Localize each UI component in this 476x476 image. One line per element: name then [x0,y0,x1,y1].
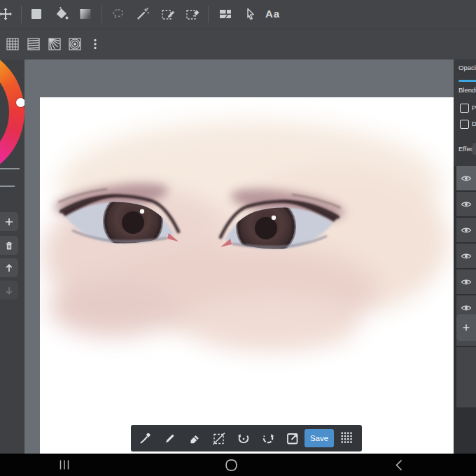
value-slider[interactable] [0,186,15,187]
lasso-tool-icon[interactable] [110,6,125,22]
layer-panel: Opacity Blending P D Effect [454,59,476,454]
arrow-down-icon [4,285,15,296]
color-wheel-selector[interactable] [16,98,24,107]
plus-icon [461,323,471,332]
select-pen-icon[interactable] [160,6,176,22]
app-screen: Aa [0,0,476,476]
export-icon[interactable] [285,430,300,446]
effect-dropdown[interactable] [472,143,476,155]
screentone-lines-icon[interactable] [26,36,41,52]
rect-tool-icon[interactable] [29,6,44,22]
move-down-button[interactable] [0,281,18,300]
toolbar-divider [208,6,209,23]
overflow-menu-icon[interactable] [88,36,103,52]
arrow-up-icon [4,262,15,274]
grid-material-icon[interactable] [5,36,20,52]
split-canvas-icon[interactable] [218,6,233,22]
screentone-circles-icon[interactable] [67,36,83,52]
eye-icon[interactable] [461,226,472,234]
eye-icon[interactable] [461,278,472,286]
delete-button[interactable] [0,236,18,255]
eraser-icon[interactable] [187,430,202,446]
artwork-eyes [40,97,454,454]
drawing-canvas[interactable] [40,97,454,454]
screentone-rays-icon[interactable] [47,36,62,52]
text-tool-button[interactable]: Aa [265,8,280,20]
trash-icon [4,240,15,251]
checkbox-draft-label: D [472,120,476,127]
layer-row[interactable] [456,270,476,294]
select-eraser-icon[interactable] [185,6,200,22]
move-tool-icon[interactable] [0,6,13,22]
eye-icon[interactable] [461,304,472,312]
plus-icon [4,216,15,227]
layer-row[interactable] [456,218,476,242]
toolbar-divider [21,6,22,23]
checkbox-draft[interactable] [460,120,469,129]
layer-row[interactable] [456,166,476,190]
floating-toolbar: Save [131,425,362,451]
android-nav-bar [0,454,476,476]
checkbox-protect[interactable] [460,104,469,113]
opacity-slider[interactable] [458,80,476,82]
brush-icon[interactable] [162,430,178,446]
saturation-slider[interactable] [0,168,20,169]
redo-icon[interactable] [260,430,276,446]
toolbar-divider [102,6,102,23]
save-button[interactable]: Save [304,429,334,447]
layer-row[interactable] [456,192,476,216]
eye-icon[interactable] [461,174,472,183]
main-toolbar: Aa [0,0,476,29]
move-up-button[interactable] [0,258,18,277]
checkbox-protect-label: P [472,104,476,111]
add-layer-button[interactable] [456,314,476,341]
recent-apps-icon[interactable] [59,459,69,470]
undo-icon[interactable] [236,430,251,446]
gradient-tool-icon[interactable] [78,6,93,22]
layer-row[interactable] [456,244,476,268]
paint-bucket-icon[interactable] [54,6,69,22]
layer-list-empty-area [456,347,476,407]
cursor-tool-icon[interactable] [242,6,258,22]
eye-icon[interactable] [461,200,472,209]
eye-icon[interactable] [461,252,472,260]
left-sidebar [0,59,24,454]
drag-grid-icon[interactable] [340,430,355,446]
back-icon[interactable] [395,459,403,471]
opacity-label: Opacity [458,64,476,71]
eyedropper-icon[interactable] [138,430,153,446]
blending-label: Blending [458,86,476,94]
deselect-icon[interactable] [211,430,227,446]
home-icon[interactable] [225,459,237,471]
layer-list [454,166,476,454]
add-button[interactable] [0,212,18,231]
magic-wand-icon[interactable] [135,6,150,22]
